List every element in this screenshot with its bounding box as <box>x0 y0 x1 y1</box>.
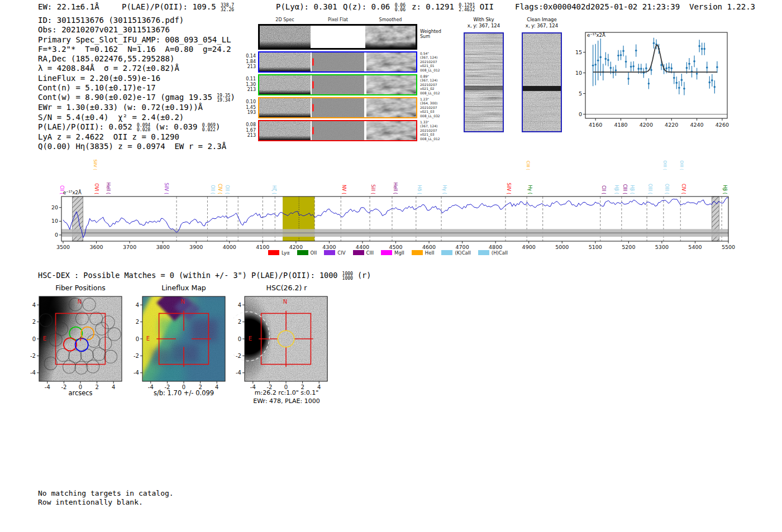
hsc-dex-line: HSC-DEX : Possible Matches = 0 (within +… <box>38 271 371 281</box>
with-sky-cutout <box>464 32 504 132</box>
legend-swatch <box>381 250 392 255</box>
svg-text:E: E <box>43 336 46 342</box>
hsc-xlabel2: EWr: 478, PLAE: 1000 <box>239 397 334 405</box>
legend-swatch <box>297 250 308 255</box>
fiber-row-info: 0.54"(367, 124)20210207v021_01008_LL_012 <box>420 51 459 72</box>
emission-line-label: SiIV ( <box>506 183 511 194</box>
col-header-pixel-flat: Pixel Flat <box>328 17 348 22</box>
svg-text:E: E <box>146 336 150 342</box>
legend-label: Lyα <box>282 250 290 256</box>
svg-text:5200: 5200 <box>622 244 635 250</box>
legend-item: HeII <box>412 250 435 256</box>
svg-text:5500: 5500 <box>722 244 735 250</box>
emission-line-label: HeII ( <box>393 183 398 194</box>
weighted-pixel-flat-image <box>312 26 364 48</box>
weighted-2d-spec-image <box>260 26 311 48</box>
emission-line-label: SiIV ( <box>164 183 169 194</box>
fiber-2d-spec-image <box>259 121 311 140</box>
svg-text:0: 0 <box>32 336 36 342</box>
legend-swatch <box>353 250 364 255</box>
header-plae: P(LAE)/P(OII): 109.5 338.732.26 <box>122 2 234 12</box>
svg-text:4600: 4600 <box>422 244 436 250</box>
fiber-row-info: 1.33"(367, 124)20210207v021_03008_LL_012 <box>420 120 459 141</box>
ew-value: EW: 22.1±6.1Å <box>38 2 99 11</box>
plae-value: P(LAE)/P(OII): 109.5 <box>122 2 216 11</box>
clean-image-coords: x, y: 367, 124 <box>519 23 564 28</box>
hsc-xlabel: m:26.2 rc:1.0" s:0.1" <box>239 389 334 396</box>
emission-line-label: OVI ( <box>94 183 99 194</box>
legend-swatch <box>412 250 423 255</box>
emission-line-label: OIII ( <box>647 184 652 194</box>
fiber-cutout-row <box>258 97 417 118</box>
legend-swatch <box>441 250 452 255</box>
fiber-cutout-row <box>258 120 417 141</box>
emission-line-label: SiII ( <box>370 184 375 194</box>
emission-line-label: CIII ( <box>622 184 627 194</box>
plya-value: P(Lyα): 0.301 <box>276 2 337 11</box>
report-version: Version 1.22.3 <box>689 2 755 11</box>
with-sky-title: With Sky <box>461 17 506 22</box>
flags-value: Flags:0x0000402d <box>515 2 590 11</box>
fiber-row-info: 0.89"(367, 124)20210207v021_02008_LL_012 <box>420 74 459 95</box>
legend-swatch <box>324 250 335 255</box>
fiber-row-weights: 0.111.30213 <box>239 76 256 93</box>
svg-text:4000: 4000 <box>223 244 236 250</box>
svg-text:4240: 4240 <box>690 122 703 128</box>
legend-item: CIV <box>324 250 345 256</box>
spectrum-line-legend: LyαOIICIVCIIIMgIIHeII(K)CaII(H)CaII <box>268 250 508 256</box>
legend-label: MgII <box>394 250 404 256</box>
svg-text:4: 4 <box>238 302 241 308</box>
svg-text:-4: -4 <box>133 370 139 376</box>
emission-line-label: OIII ( <box>679 160 684 170</box>
line-center-marker <box>312 104 314 112</box>
svg-text:4800: 4800 <box>489 244 502 250</box>
svg-text:20: 20 <box>51 204 58 210</box>
svg-text:5300: 5300 <box>655 244 669 250</box>
svg-text:0: 0 <box>579 111 582 117</box>
weighted-smoothed-image <box>365 26 416 48</box>
legend-label: OII <box>311 250 317 256</box>
emission-line-label: CIV ( <box>217 184 222 194</box>
svg-text:N: N <box>181 299 185 305</box>
svg-text:4: 4 <box>136 302 139 308</box>
info-line: P(LAE)/P(OII): 0.052 0.0940.028 (w: 0.03… <box>38 122 235 132</box>
clean-image-title: Clean Image <box>519 17 564 22</box>
svg-text:5: 5 <box>579 90 582 97</box>
uncertainty-fraction: 0.0940.028 <box>137 123 150 132</box>
line-center-marker <box>312 82 314 89</box>
uncertainty-fraction: 0.0690.022 <box>202 123 216 132</box>
fiber-pixel-flat-image <box>312 98 364 117</box>
line-center-marker <box>312 59 314 66</box>
footer-line-1: No matching targets in catalog. <box>38 489 174 498</box>
z-uncertainty: 0.12912.4632 <box>459 3 475 12</box>
svg-text:4500: 4500 <box>389 244 402 250</box>
info-line: RA,Dec (185.022476,55.295288) <box>38 54 235 64</box>
report-datetime: 2025-01-02 21:23:39 <box>590 2 680 11</box>
uncertainty-fraction: 19.3519.34 <box>217 94 230 103</box>
fiber-2d-spec-image <box>259 75 311 94</box>
legend-label: (K)CaII <box>455 250 470 256</box>
col-header-2d-spec: 2D Spec <box>275 17 294 22</box>
info-line: Cont(w) = 8.90(±0.02)e-17 (gmag 19.35 19… <box>38 93 235 103</box>
emission-line-label: Hζ ( <box>271 185 276 194</box>
svg-text:3900: 3900 <box>189 244 203 250</box>
line-fit-plot: 416041804200422042404260051015 <box>575 25 765 131</box>
fiber-cutout-row <box>258 51 417 73</box>
lineflux-map-title: Lineflux Map <box>142 284 225 292</box>
fiber-cutout-row <box>258 74 417 95</box>
emission-line-label: OII ( <box>210 185 215 194</box>
selected-fiber-circle <box>81 327 94 340</box>
svg-text:2: 2 <box>238 319 241 325</box>
svg-text:-4: -4 <box>30 370 36 376</box>
fiber-smoothed-image <box>365 52 416 71</box>
fiber-smoothed-image <box>365 75 416 94</box>
fit-plot-unit-label: e⁻¹⁷x2Å <box>587 32 605 38</box>
z-value: z: 0.1291 <box>412 2 454 11</box>
svg-text:4200: 4200 <box>289 244 303 250</box>
emission-line-label: Hβ ( <box>722 185 727 194</box>
svg-text:4900: 4900 <box>522 244 536 250</box>
svg-text:10: 10 <box>51 218 58 224</box>
fiber-smoothed-image <box>365 121 416 140</box>
plae-uncertainty: 338.732.26 <box>221 3 234 12</box>
legend-item: CIII <box>353 250 374 256</box>
